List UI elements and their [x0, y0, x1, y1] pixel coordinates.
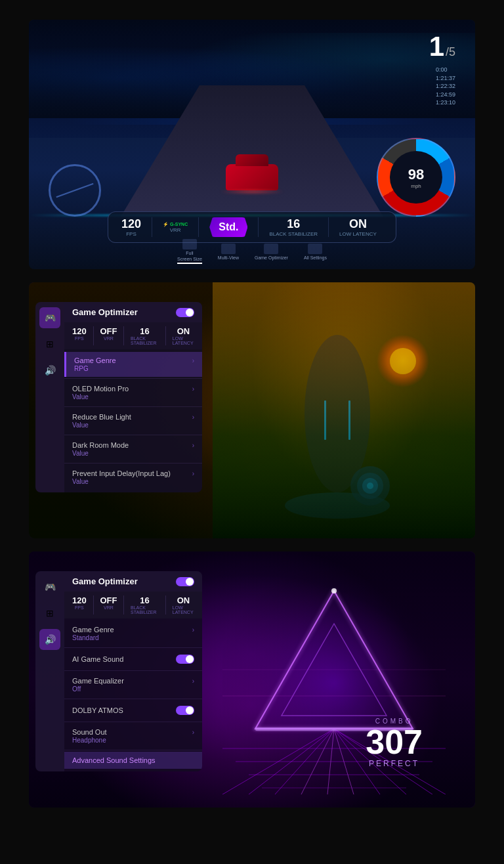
sound-menu-item-sound-out[interactable]: Sound Out › Headphone [64, 724, 202, 748]
optimizer-header: Game Optimizer [64, 302, 202, 322]
display-icon-2: ⊞ [46, 608, 54, 618]
hud-black-stabilizer: 16 Black Stabilizer [269, 217, 318, 237]
dolby-atmos-toggle[interactable] [176, 706, 194, 715]
gsync-text: ⚡ G-SYNC [163, 222, 188, 227]
stat-bs-value: 16 [140, 326, 149, 336]
stat-divider-3 [165, 326, 166, 345]
sound-menu-item-advanced-sound[interactable]: Advanced Sound Settings [64, 752, 202, 769]
sound-stat-vrr-label: VRR [104, 605, 114, 610]
sound-icon: 🔊 [45, 365, 56, 376]
sound-menu-item-game-genre[interactable]: Game Genre › Standard [64, 621, 202, 646]
sound-menu-item-dolby-atmos[interactable]: DOLBY ATMOS [64, 701, 202, 720]
all-settings-icon [308, 244, 322, 254]
lap-time-4: 1:24:59 [436, 91, 455, 99]
score-display: COMBO 307 PERFECT [366, 718, 423, 768]
sidebar-icon-gamepad[interactable]: 🎮 [39, 307, 60, 328]
hud-fps: 120 FPS [121, 217, 141, 237]
panel-game-optimizer-visual: 🎮 ⊞ 🔊 Game Optimizer 120 FPS [29, 282, 475, 538]
sound-stat-ll-value: ON [177, 595, 190, 605]
sound-sidebar-icon-sound[interactable]: 🔊 [39, 629, 60, 650]
race-position: 1 /5 [429, 33, 455, 60]
lap-time-1: 0:00 [436, 66, 455, 74]
sound-menu-label-game-genre: Game Genre › [72, 626, 194, 634]
action-multi-view[interactable]: Multi-View [218, 244, 239, 260]
hud-divider-4 [328, 217, 329, 237]
menu-divider-1 [64, 378, 202, 379]
sound-menu-label-sound-out: Sound Out › [72, 728, 194, 736]
sound-divider-1 [64, 647, 202, 648]
action-screen-size[interactable]: Full Screen Size [177, 239, 202, 264]
sound-stat-vrr-value: OFF [100, 595, 117, 605]
menu-divider-2 [64, 406, 202, 407]
sound-icon-2: 🔊 [45, 634, 56, 645]
multi-view-icon [221, 244, 236, 254]
stat-vrr-value: OFF [100, 326, 117, 336]
black-stabilizer-value: 16 [287, 217, 300, 231]
screen-size-icon [182, 239, 197, 249]
sound-label-dolby-atmos: DOLBY ATMOS [72, 706, 123, 714]
lap-time-2: 1:21:37 [436, 74, 455, 83]
low-latency-value: ON [349, 217, 367, 231]
ai-game-sound-knob [186, 655, 194, 663]
menu-label-reduce-blue-light: Reduce Blue Light › [72, 413, 194, 421]
hud-low-latency: ON Low Latency [339, 217, 377, 237]
character-svg [213, 282, 475, 538]
sound-optimizer-panel: Game Optimizer 120 FPS OFF VRR 16 [64, 571, 202, 771]
position-number: 1 [429, 33, 444, 60]
speed-value: 98 [408, 166, 424, 183]
arrow-icon-input-delay: › [192, 470, 194, 477]
multi-view-label: Multi-View [218, 255, 239, 260]
menu-item-reduce-blue-light[interactable]: Reduce Blue Light › Value [64, 408, 202, 433]
menu-item-input-delay[interactable]: Prevent Input Delay(Input Lag) › Value [64, 465, 202, 490]
sound-stat-divider-3 [165, 595, 166, 615]
stat-bs-label: Black Stabilizer [131, 336, 159, 345]
sidebar-icons: 🎮 ⊞ 🔊 [35, 302, 64, 492]
sound-menu-label-advanced-sound: Advanced Sound Settings [72, 756, 194, 764]
sound-menu-item-ai-game-sound[interactable]: AI Game Sound [64, 649, 202, 669]
svg-point-29 [331, 588, 337, 594]
sidebar-icon-display[interactable]: ⊞ [39, 334, 60, 355]
game-optimizer-label: Game Optimizer [255, 255, 288, 260]
sound-divider-2 [64, 670, 202, 671]
ai-game-sound-toggle[interactable] [176, 655, 194, 664]
menu-divider-4 [64, 463, 202, 464]
sound-sidebar-icon-display[interactable]: ⊞ [39, 603, 60, 624]
menu-value-oled-motion: Value [72, 393, 194, 400]
arrow-icon-dark-room: › [192, 442, 194, 449]
menu-label-dark-room: Dark Room Mode › [72, 441, 194, 449]
lap-time-5: 1:23:10 [436, 98, 455, 107]
optimizer-toggle[interactable] [176, 308, 194, 317]
stat-low-latency: ON Low Latency [173, 326, 194, 345]
action-all-settings[interactable]: All Settings [304, 244, 327, 260]
sound-sidebar-icon-gamepad[interactable]: 🎮 [39, 576, 60, 597]
sound-stat-divider-2 [123, 595, 124, 615]
menu-item-oled-motion[interactable]: OLED Motion Pro › Value [64, 380, 202, 405]
sound-stat-fps-label: FPS [75, 605, 84, 610]
sound-menu: Game Genre › Standard AI Game Sound [64, 618, 202, 771]
all-settings-label: All Settings [304, 255, 327, 260]
menu-item-game-genre[interactable]: Game Genre › RPG [64, 352, 202, 377]
sound-stat-vrr: OFF VRR [100, 595, 117, 615]
hud-bar: 120 FPS ⚡ G-SYNC VRR Std. 16 Black Stabi… [108, 211, 396, 243]
sound-optimizer-overlay: 🎮 ⊞ 🔊 Game Optimizer 120 FPS [35, 571, 202, 771]
menu-divider-3 [64, 435, 202, 435]
sound-menu-item-game-eq[interactable]: Game Equalizer › Off [64, 672, 202, 697]
hud-divider-3 [258, 217, 259, 237]
menu-label-game-genre: Game Genre › [74, 356, 194, 364]
sound-menu-value-sound-out: Headphone [72, 737, 194, 744]
action-bar: Full Screen Size Multi-View Game Optimiz… [177, 239, 327, 264]
arrow-icon-oled-motion: › [192, 385, 194, 393]
fps-value: 120 [121, 217, 141, 231]
stat-divider-2 [123, 326, 124, 345]
sound-optimizer-stats: 120 FPS OFF VRR 16 Black Stabilizer ON L… [64, 592, 202, 618]
stat-black-stabilizer: 16 Black Stabilizer [131, 326, 159, 345]
car-tail-lights [219, 190, 285, 194]
sidebar-icon-sound[interactable]: 🔊 [39, 360, 60, 381]
action-game-optimizer[interactable]: Game Optimizer [255, 244, 288, 260]
sound-optimizer-toggle[interactable] [176, 577, 194, 586]
menu-value-dark-room: Value [72, 450, 194, 457]
arrow-icon-reduce-blue-light: › [192, 414, 194, 421]
menu-item-dark-room[interactable]: Dark Room Mode › Value [64, 437, 202, 462]
sound-stat-bs-label: Black Stabilizer [131, 605, 159, 615]
speedometer: 98 mph [377, 138, 455, 217]
